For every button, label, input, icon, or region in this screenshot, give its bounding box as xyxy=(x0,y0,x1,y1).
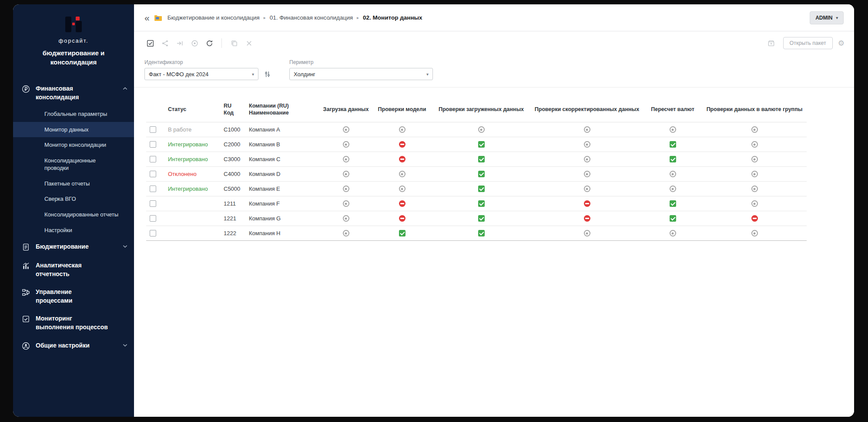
check-cell xyxy=(372,181,432,196)
user-name: ADMIN xyxy=(815,15,832,21)
breadcrumb-item[interactable]: 01. Финансовая консолидация xyxy=(270,14,353,21)
sidebar-item-analytical-reporting[interactable]: Аналитическая отчетность xyxy=(13,257,134,283)
sidebar-subitem[interactable]: Настройки xyxy=(13,223,134,238)
copy-package-icon[interactable] xyxy=(228,37,241,50)
sidebar-subitem[interactable]: Пакетные отчеты xyxy=(13,176,134,192)
row-checkbox[interactable] xyxy=(150,156,156,162)
check-cell xyxy=(643,152,702,166)
ru-code-cell: C5000 xyxy=(220,181,245,196)
breadcrumb-item[interactable]: 02. Монитор данных xyxy=(363,14,422,21)
submit-forward-icon[interactable] xyxy=(173,37,186,50)
sidebar-subitem[interactable]: Монитор данных xyxy=(13,122,134,138)
check-blocked-icon xyxy=(584,215,590,222)
status-label: Интегрировано xyxy=(168,156,208,162)
checkbox-cell xyxy=(146,211,164,226)
check-pending-icon xyxy=(584,171,590,177)
checkbox-cell xyxy=(146,181,164,196)
sort-settings-icon[interactable] xyxy=(264,68,271,80)
checkbox-cell xyxy=(146,122,164,137)
record-circle-icon[interactable] xyxy=(188,37,201,50)
chevron-down-icon: ▾ xyxy=(836,16,838,20)
row-checkbox[interactable] xyxy=(150,215,156,222)
check-ok-icon xyxy=(478,141,485,148)
breadcrumb-separator: ▸ xyxy=(357,15,359,20)
ru-code-cell: C1000 xyxy=(220,122,245,137)
add-package-icon[interactable] xyxy=(765,37,778,50)
table-row: ИнтегрированоC2000Компания B xyxy=(146,137,807,152)
sidebar-subitem[interactable]: Консолидированные отчеты xyxy=(13,207,134,223)
logo-bar xyxy=(76,21,82,32)
close-icon[interactable] xyxy=(242,37,255,50)
check-cell xyxy=(643,196,702,211)
check-pending-icon xyxy=(751,200,758,207)
share-icon[interactable] xyxy=(158,37,171,50)
check-cell xyxy=(702,181,807,196)
row-checkbox[interactable] xyxy=(150,126,156,133)
table-row: 1221Компания G xyxy=(146,211,807,226)
row-checkbox[interactable] xyxy=(150,200,156,207)
status-cell: Отклонено xyxy=(164,166,220,181)
status-cell: Интегрировано xyxy=(164,152,220,166)
check-pending-icon xyxy=(343,126,349,133)
row-checkbox[interactable] xyxy=(150,186,156,192)
check-ok-icon xyxy=(478,215,485,222)
sidebar-subitem[interactable]: Глобальные параметры xyxy=(13,106,134,122)
perimeter-filter: Периметр Холдинг ▾ xyxy=(289,59,433,80)
check-cell xyxy=(372,166,432,181)
table-row: ИнтегрированоC5000Компания E xyxy=(146,181,807,196)
check-cell xyxy=(432,211,531,226)
status-cell: Интегрировано xyxy=(164,137,220,152)
sidebar: форсайт. бюджетирование и консолидация Ф… xyxy=(13,4,134,417)
sidebar-item-process-management[interactable]: Управление процессами xyxy=(13,283,134,310)
identifier-filter: Идентификатор Факт - МСФО дек 2024 ▾ xyxy=(144,59,258,80)
sidebar-item-financial-consolidation[interactable]: Финансовая консолидация xyxy=(13,80,134,106)
sidebar-item-label: Аналитическая отчетность xyxy=(36,261,110,278)
breadcrumb-item[interactable]: Бюджетирование и консолидация xyxy=(168,14,260,21)
toolbar-left xyxy=(144,37,255,50)
row-checkbox[interactable] xyxy=(150,171,156,177)
identifier-select[interactable]: Факт - МСФО дек 2024 ▾ xyxy=(144,68,258,80)
perimeter-select[interactable]: Холдинг ▾ xyxy=(289,68,433,80)
check-pending-icon xyxy=(751,230,758,236)
check-ok-icon xyxy=(478,230,485,236)
check-pending-icon xyxy=(399,126,406,133)
check-cell xyxy=(643,122,702,137)
sidebar-item-general-settings[interactable]: Общие настройки xyxy=(13,337,134,355)
perimeter-label: Периметр xyxy=(289,59,433,65)
ru-code-cell: C3000 xyxy=(220,152,245,166)
check-ok-icon xyxy=(670,156,676,162)
checkbox-cell xyxy=(146,226,164,240)
column-header: Проверки скорректированных данных xyxy=(531,99,643,122)
check-pending-icon xyxy=(670,230,676,236)
sidebar-item-label: Общие настройки xyxy=(36,341,110,350)
checkbox-cell xyxy=(146,166,164,181)
company-cell: Компания B xyxy=(245,137,319,152)
gear-icon[interactable]: ⚙ xyxy=(838,40,845,47)
table-row: 1211Компания F xyxy=(146,196,807,211)
ru-code-cell: C2000 xyxy=(220,137,245,152)
select-rows-icon[interactable] xyxy=(144,37,157,50)
check-pending-icon xyxy=(343,156,349,162)
row-checkbox[interactable] xyxy=(150,141,156,148)
sidebar-item-process-monitoring[interactable]: Мониторинг выполнения процессов xyxy=(13,310,134,336)
sidebar-subitem[interactable]: Консолидационные проводки xyxy=(13,153,134,176)
user-menu-button[interactable]: ADMIN ▾ xyxy=(810,11,844,24)
collapse-sidebar-button[interactable]: « xyxy=(144,13,149,22)
topbar: « Бюджетирование и консолидация▸01. Фина… xyxy=(134,4,854,31)
check-cell xyxy=(432,196,531,211)
sidebar-item-budgeting[interactable]: Бюджетирование xyxy=(13,238,134,257)
brand-name: форсайт. xyxy=(22,37,125,44)
open-package-button[interactable]: Открыть пакет xyxy=(783,37,833,49)
ru-code-cell: C4000 xyxy=(220,166,245,181)
analytical-reporting-icon xyxy=(22,262,30,270)
check-ok-icon xyxy=(478,156,485,162)
check-cell xyxy=(531,181,643,196)
refresh-icon[interactable] xyxy=(203,37,216,50)
check-cell xyxy=(372,152,432,166)
row-checkbox[interactable] xyxy=(150,230,156,236)
check-pending-icon xyxy=(343,171,349,177)
logo-bar xyxy=(65,17,71,32)
sidebar-subitem[interactable]: Сверка ВГО xyxy=(13,191,134,207)
sidebar-subitem[interactable]: Монитор консолидации xyxy=(13,137,134,153)
checkbox-cell xyxy=(146,152,164,166)
